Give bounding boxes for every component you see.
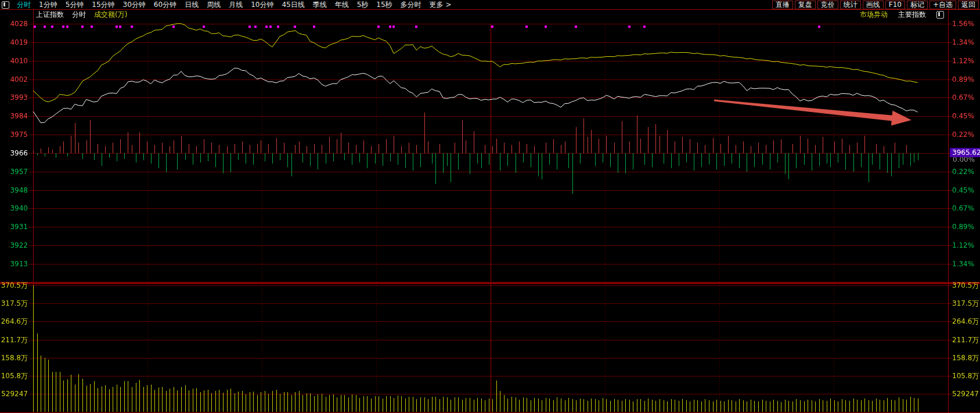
pct-axis-label: 0.89%: [952, 75, 974, 84]
price-axis-label: 3993: [0, 93, 28, 102]
pct-axis-label: 0.67%: [952, 204, 974, 212]
volume-axis-label-right: 264.6万: [952, 317, 979, 327]
symbol-name: 上证指数: [36, 10, 64, 20]
price-axis-label: 4028: [0, 20, 28, 28]
market-moves-link[interactable]: 市场异动: [860, 10, 888, 20]
price-axis-label: 3931: [0, 223, 28, 231]
volume-axis-label-left: 264.6万: [0, 317, 28, 327]
volume-axis-label-left: 370.5万: [0, 281, 28, 291]
price-axis-label: 4010: [0, 57, 28, 65]
pct-axis-label: 0.45%: [952, 186, 974, 194]
volume-axis-label-left: 158.8万: [0, 353, 28, 363]
volume-axis-label-right: 370.5万: [952, 281, 979, 291]
volume-axis-label-right: 158.8万: [952, 353, 979, 363]
price-axis-label: 3948: [0, 186, 28, 194]
pct-axis-label: 1.34%: [952, 38, 974, 46]
panel-layout-icon[interactable]: [936, 11, 944, 19]
volume-axis-label-left: 211.7万: [0, 335, 28, 345]
price-axis-label: 4019: [0, 38, 28, 46]
pct-axis-label: 0.22%: [952, 131, 974, 139]
pct-axis-label: 0.22%: [952, 168, 974, 176]
volume-axis-label-left: 317.5万: [0, 299, 28, 309]
price-axis-label: 4002: [0, 75, 28, 84]
volume-axis-label-right: 211.7万: [952, 335, 979, 345]
pct-axis-label: 0.89%: [952, 223, 974, 231]
intraday-chart-canvas[interactable]: [0, 0, 980, 413]
volume-axis-label-right: 105.8万: [952, 371, 979, 381]
price-axis-label: 3913: [0, 260, 28, 268]
price-axis-label: 3940: [0, 204, 28, 212]
pct-axis-label: 0.45%: [952, 112, 974, 120]
prev-close-badge: 3965.62: [950, 148, 980, 157]
pct-axis-label: 1.12%: [952, 241, 974, 249]
volume-axis-label-left: 529247: [0, 390, 28, 398]
chart-header-left: 上证指数 分时 成交额(万): [36, 10, 127, 19]
period-label: 分时: [72, 10, 86, 20]
price-axis-label: 3957: [0, 168, 28, 176]
major-index-link[interactable]: 主要指数: [898, 10, 926, 20]
price-axis-label: 3922: [0, 241, 28, 249]
chart-header-right: 市场异动 主要指数: [860, 10, 944, 19]
pct-axis-label: 1.34%: [952, 260, 974, 268]
volume-axis-label-right: 317.5万: [952, 299, 979, 309]
volume-axis-label-left: 105.8万: [0, 371, 28, 381]
price-axis-label: 3984: [0, 112, 28, 120]
pct-axis-label: 1.12%: [952, 57, 974, 65]
price-axis-label: 3966: [0, 149, 28, 157]
price-axis-label: 3975: [0, 131, 28, 139]
pct-axis-label: 1.56%: [952, 20, 974, 28]
volume-axis-label-right: 529247: [952, 390, 979, 398]
indicator-label[interactable]: 成交额(万): [94, 10, 127, 20]
trading-app-window: 分时1分钟5分钟15分钟30分钟60分钟日线周线月线10分钟45日线季线年线5秒…: [0, 0, 980, 413]
pct-axis-label: 0.67%: [952, 93, 974, 102]
